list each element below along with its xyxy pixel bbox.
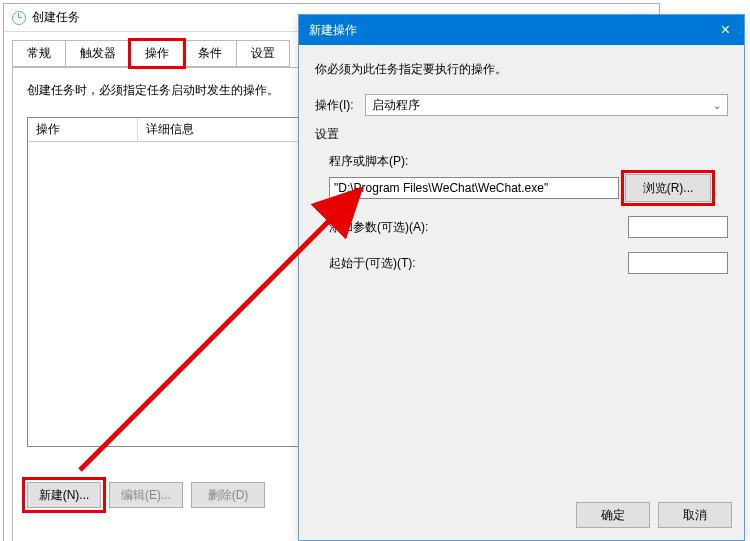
tab-general[interactable]: 常规 [12, 40, 66, 67]
startin-row: 起始于(可选)(T): [329, 252, 728, 274]
ok-button[interactable]: 确定 [576, 502, 650, 528]
program-row: 浏览(R)... [329, 174, 728, 202]
startin-input[interactable] [628, 252, 728, 274]
edit-action-button: 编辑(E)... [109, 482, 183, 508]
action-titlebar: 新建操作 × [299, 15, 744, 45]
action-dialog-title: 新建操作 [309, 22, 717, 39]
tab-conditions[interactable]: 条件 [183, 40, 237, 67]
delete-action-button: 删除(D) [191, 482, 265, 508]
operation-value: 启动程序 [372, 97, 420, 114]
program-label: 程序或脚本(P): [329, 153, 728, 170]
operation-row: 操作(I): 启动程序 ⌄ [315, 94, 728, 116]
instruction-text: 你必须为此任务指定要执行的操作。 [315, 61, 728, 78]
browse-button[interactable]: 浏览(R)... [625, 174, 711, 202]
new-action-button[interactable]: 新建(N)... [27, 482, 101, 508]
close-icon[interactable]: × [717, 21, 734, 39]
column-action: 操作 [28, 118, 138, 141]
chevron-down-icon: ⌄ [713, 100, 721, 111]
program-input[interactable] [329, 177, 619, 199]
args-row: 添加参数(可选)(A): [329, 216, 728, 238]
operation-select[interactable]: 启动程序 ⌄ [365, 94, 728, 116]
operation-label: 操作(I): [315, 97, 365, 114]
tab-triggers[interactable]: 触发器 [65, 40, 131, 67]
cancel-button[interactable]: 取消 [658, 502, 732, 528]
task-scheduler-icon [12, 11, 26, 25]
startin-label: 起始于(可选)(T): [329, 255, 416, 272]
tab-actions[interactable]: 操作 [130, 40, 184, 67]
settings-block: 程序或脚本(P): 浏览(R)... 添加参数(可选)(A): 起始于(可选)(… [315, 153, 728, 274]
action-dialog-body: 你必须为此任务指定要执行的操作。 操作(I): 启动程序 ⌄ 设置 程序或脚本(… [299, 45, 744, 290]
tab-settings[interactable]: 设置 [236, 40, 290, 67]
settings-section-label: 设置 [315, 126, 728, 143]
new-action-dialog: 新建操作 × 你必须为此任务指定要执行的操作。 操作(I): 启动程序 ⌄ 设置… [298, 14, 745, 541]
dialog-button-row: 确定 取消 [576, 502, 732, 528]
args-input[interactable] [628, 216, 728, 238]
action-buttons-row: 新建(N)... 编辑(E)... 删除(D) [27, 482, 265, 508]
args-label: 添加参数(可选)(A): [329, 219, 428, 236]
